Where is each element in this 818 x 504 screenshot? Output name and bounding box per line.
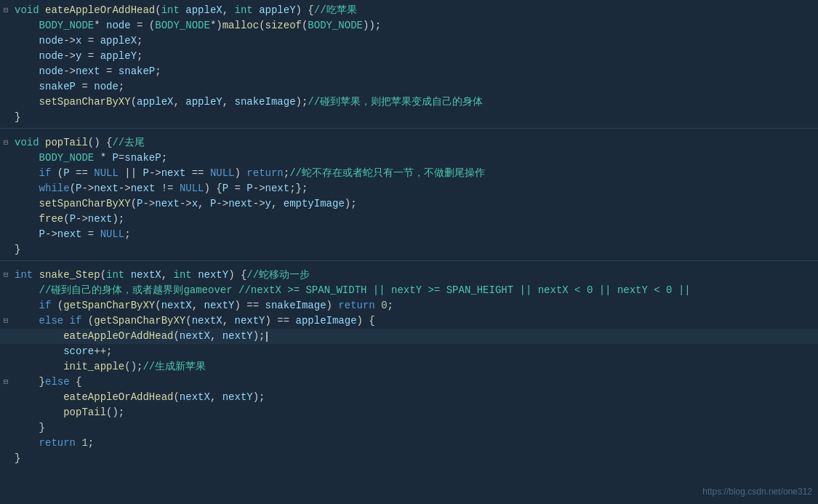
token-text-white: = bbox=[228, 183, 246, 194]
line-content-15: P->next = NULL; bbox=[12, 227, 818, 242]
token-text-white bbox=[15, 167, 39, 179]
fold-gutter-6 bbox=[0, 95, 12, 96]
token-param-name: node bbox=[106, 20, 131, 31]
line-content-25: }else { bbox=[12, 375, 818, 390]
fold-gutter-14 bbox=[0, 212, 12, 213]
token-text-white: { bbox=[100, 137, 113, 148]
token-punct: } bbox=[39, 422, 45, 433]
code-content: ⊟void eateAppleOrAddHead(int appleX, int… bbox=[0, 3, 818, 466]
token-punct: ( bbox=[100, 269, 106, 281]
line-content-11: if (P == NULL || P->next == NULL) return… bbox=[12, 166, 818, 181]
token-punct: ) { bbox=[204, 183, 222, 194]
line-content-12: while(P->next->next != NULL) {P = P->nex… bbox=[12, 181, 818, 196]
token-text-white bbox=[15, 391, 63, 403]
fold-gutter-25[interactable]: ⊟ bbox=[0, 375, 12, 388]
token-param-type: int bbox=[174, 269, 192, 281]
token-punct: ( bbox=[173, 391, 179, 403]
token-punct: ) bbox=[235, 167, 247, 179]
token-punct: ) == bbox=[265, 315, 296, 327]
token-punct: } bbox=[15, 111, 20, 123]
token-punct: ; bbox=[119, 81, 124, 92]
token-punct: ( bbox=[51, 300, 63, 311]
token-punct: ;}; bbox=[289, 183, 308, 194]
token-kw-void: void bbox=[15, 137, 45, 148]
line-content-3: node->y = appleY; bbox=[12, 49, 818, 64]
token-param-name: node bbox=[94, 81, 119, 92]
token-comment-cn: //吃苹果 bbox=[314, 4, 357, 16]
token-param-name: node bbox=[39, 65, 64, 77]
fold-gutter-0[interactable]: ⊟ bbox=[0, 3, 12, 17]
token-kw-int: if bbox=[39, 167, 52, 179]
token-param-name: next bbox=[155, 198, 180, 209]
token-param-name: next bbox=[88, 213, 113, 225]
code-line-20: if (getSpanCharByXY(nextX, nextY) == sna… bbox=[0, 298, 818, 313]
fold-gutter-19 bbox=[0, 283, 12, 284]
fold-gutter-28 bbox=[0, 420, 12, 422]
fold-gutter-15 bbox=[0, 227, 12, 228]
token-param-type: BODY_NODE bbox=[39, 152, 95, 164]
token-punct: ( bbox=[185, 315, 191, 327]
token-kw-int: else bbox=[45, 376, 70, 388]
token-param-name: appleY bbox=[100, 50, 137, 62]
code-line-30: } bbox=[0, 451, 818, 466]
code-line-3: node->y = appleY; bbox=[0, 49, 818, 64]
token-fn-name: eateAppleOrAddHead bbox=[45, 4, 155, 16]
code-line-28: } bbox=[0, 420, 818, 436]
token-punct: = ( bbox=[131, 20, 156, 31]
token-number: 1 bbox=[81, 437, 87, 449]
token-text-white bbox=[15, 198, 39, 209]
token-kw-int: return bbox=[338, 300, 374, 311]
token-kw-int: if bbox=[39, 300, 52, 311]
token-punct: } bbox=[15, 452, 20, 464]
token-punct: ( bbox=[70, 183, 76, 194]
token-fn-name: setSpanCharByXY bbox=[39, 96, 131, 108]
line-content-23: score++; bbox=[12, 344, 818, 359]
code-line-23: score++; bbox=[0, 344, 818, 359]
token-text-white bbox=[15, 50, 39, 62]
code-line-16: } bbox=[0, 242, 818, 257]
token-kw-int: else if bbox=[39, 315, 82, 327]
fold-gutter-20 bbox=[0, 298, 12, 300]
line-content-18: int snake_Step(int nextX, int nextY) {//… bbox=[12, 268, 818, 283]
line-content-30: } bbox=[12, 451, 818, 466]
token-arrow: -> bbox=[63, 35, 76, 47]
fold-gutter-21[interactable]: ⊟ bbox=[0, 313, 12, 327]
token-param-name: score bbox=[63, 345, 94, 357]
code-line-10: BODY_NODE * P=snakeP; bbox=[0, 151, 818, 166]
token-punct: , bbox=[271, 198, 284, 209]
line-content-1: BODY_NODE* node = (BODY_NODE*)malloc(siz… bbox=[12, 18, 818, 33]
token-kw-int: while bbox=[39, 183, 70, 194]
fold-gutter-9[interactable]: ⊟ bbox=[0, 135, 12, 149]
token-param-name: nextX bbox=[161, 300, 192, 311]
code-line-15: P->next = NULL; bbox=[0, 227, 818, 242]
token-punct: ); bbox=[345, 198, 357, 209]
token-number: 0 bbox=[381, 300, 387, 311]
token-param-name: P bbox=[39, 228, 45, 240]
token-param-name: nextY bbox=[204, 300, 235, 311]
token-fn-name: popTail bbox=[45, 137, 88, 148]
token-text-white bbox=[253, 4, 259, 16]
token-text-white: = bbox=[81, 228, 100, 240]
token-fn-name: eateAppleOrAddHead bbox=[63, 330, 173, 342]
token-text-white bbox=[15, 437, 39, 449]
token-punct: ( bbox=[155, 4, 161, 16]
token-text-white bbox=[15, 422, 39, 433]
token-kw-void: void bbox=[15, 4, 45, 16]
token-text-white: = bbox=[81, 35, 100, 47]
fold-gutter-18[interactable]: ⊟ bbox=[0, 268, 12, 281]
code-line-21: ⊟ else if (getSpanCharByXY(nextX, nextY)… bbox=[0, 313, 818, 329]
token-text-white bbox=[15, 361, 63, 372]
token-fn-name: getSpanCharByXY bbox=[94, 315, 185, 327]
token-param-type: int bbox=[161, 4, 180, 16]
token-param-name: appleImage bbox=[296, 315, 357, 327]
token-punct: ; bbox=[388, 300, 393, 311]
token-text-white bbox=[15, 81, 39, 92]
token-comment-cn: //去尾 bbox=[112, 137, 145, 148]
token-text-white bbox=[15, 96, 39, 108]
code-line-29: return 1; bbox=[0, 436, 818, 451]
token-param-name: P bbox=[246, 183, 252, 194]
line-content-21: else if (getSpanCharByXY(nextX, nextY) =… bbox=[12, 313, 818, 329]
token-text-white bbox=[15, 284, 39, 296]
code-line-14: free(P->next); bbox=[0, 212, 818, 227]
token-text-white: = bbox=[100, 65, 119, 77]
